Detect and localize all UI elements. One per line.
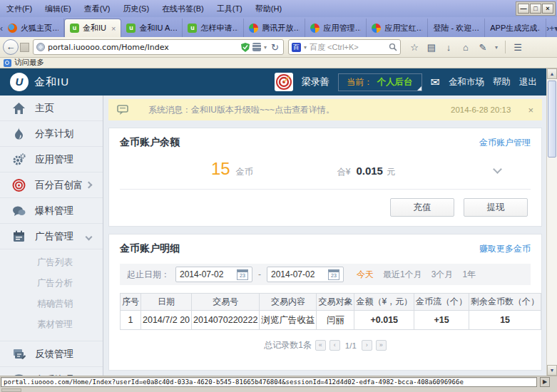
sidebar-item-ad-manage[interactable]: 广告管理 [0,224,103,249]
reload-icon[interactable]: ↻ [271,42,279,53]
user-avatar[interactable] [275,73,293,91]
search-icon[interactable] [389,43,397,51]
toolbar-dropdown-icon[interactable]: ▾ [492,44,501,51]
calendar-icon[interactable]: 23 [328,269,339,280]
sidebar-item-baifenbai[interactable]: 百分百创富 [0,172,103,198]
menu-help[interactable]: 帮助(H) [249,0,288,17]
hamburger-menu-icon[interactable]: ☰ [510,42,526,53]
sidebar-item-feedback[interactable]: 反馈管理 [0,341,103,367]
header-link-help[interactable]: 帮助 [493,76,511,88]
tab-app-manage[interactable]: 应用管理… [305,19,367,37]
maximize-button[interactable]: □ [530,4,541,14]
tab-tencent-open[interactable]: 腾讯开放… [244,19,305,37]
back-button[interactable]: ← [3,39,19,55]
most-visited-bookmark[interactable]: 访问最多 [14,58,44,68]
sidebar-subitem-ad-analysis[interactable]: 广告分析 [0,273,103,294]
sidebar-item-app-manage[interactable]: 应用管理 [0,147,103,172]
search-engine-icon[interactable]: 百 [292,43,301,52]
sidebar-subitem-precise-marketing[interactable]: 精确营销 [0,294,103,314]
sidebar-item-baoliao[interactable]: 爆料管理 [0,198,103,224]
close-button[interactable]: × [542,4,553,14]
recharge-button[interactable]: 充值 [390,198,454,217]
firefox-icon [8,24,17,33]
list-tabs-button[interactable]: ▾ [554,20,557,37]
quick-link-3month[interactable]: 3个月 [431,269,454,281]
search-engine-dropdown-icon[interactable]: ▾ [304,44,307,51]
tab-app-generated[interactable]: APP生成完成… [485,19,546,37]
prev-page-button[interactable]: ‹ [329,340,340,351]
edit-tool-icon[interactable]: ✎ [475,42,491,53]
sidebar-item-share-plan[interactable]: 分享计划 [0,121,103,147]
menu-tools[interactable]: 工具(T) [210,0,249,17]
search-input[interactable]: 百度 <Ctrl+K> [310,42,386,53]
notice-close-icon[interactable]: × [528,105,533,115]
date-to-input[interactable]: 2014-07-02 23 [267,267,344,282]
site-logo-icon[interactable]: U [10,73,29,91]
withdraw-button[interactable]: 提现 [464,198,528,217]
address-url[interactable]: portal.iuoooo.com/Home/Index [48,43,238,52]
menu-file[interactable]: 文件(F) [0,0,39,17]
bookmarks-menu-icon[interactable]: ▤ [424,42,439,53]
tab-close-icon[interactable]: × [111,24,116,33]
address-bar[interactable]: portal.iuoooo.com/Home/Index ▾ ↻ [33,39,284,55]
header-link-market[interactable]: 金和市场 [449,76,484,88]
mail-icon[interactable]: ✉ [431,76,440,89]
iu-icon: u [126,24,136,33]
page-content: 主页 分享计划 应用管理 [0,96,557,376]
window-controls: — □ × [516,1,556,16]
minimize-button[interactable]: — [518,4,529,14]
menu-online-bookmarks[interactable]: 在线书签(B) [155,0,210,17]
message-bubble-icon [117,105,130,115]
menu-edit[interactable]: 编辑(E) [39,0,78,17]
status-expand-button[interactable]: ▶ [540,377,550,387]
date-from-input[interactable]: 2014-07-02 23 [175,267,252,282]
security-shield-icon[interactable] [241,43,250,52]
calendar-icon[interactable]: 23 [237,269,248,280]
scroll-down-icon[interactable]: ▼ [547,365,557,376]
sidebar-subitem-ad-list[interactable]: 广告列表 [0,252,103,273]
earn-more-coins-link[interactable]: 赚取更多金币 [479,243,531,255]
scroll-up-icon[interactable]: ▲ [547,68,557,79]
sidebar-subitem-material-manage[interactable]: 素材管理 [0,314,103,335]
tab-login-welcome[interactable]: 登陆 - 欢迎… [428,19,485,37]
site-logo-text[interactable]: 金和IU [34,76,69,89]
sidebar-item-home[interactable]: 主页 [0,96,103,121]
new-tab-button[interactable]: + [549,20,554,37]
site-globe-icon [36,43,45,51]
sidebar-item-coin-manage[interactable]: 金币管理 [0,367,103,376]
bookmark-star-icon[interactable]: ☆ [407,42,422,53]
tab-jinhe-iu-active[interactable]: u 金和IU × [64,19,121,37]
user-name[interactable]: 梁录善 [302,76,329,88]
vertical-scrollbar[interactable]: ▲ ▼ [546,68,557,376]
tab-yingyongbao[interactable]: 应用宝红… [367,19,428,37]
home-icon[interactable]: ⌂ [458,42,474,53]
search-box[interactable]: 百 ▾ 百度 <Ctrl+K> [288,39,401,55]
table-row[interactable]: 1 2014/7/2 20 2014070220222 浏览广告收益 闫丽 +0… [121,311,541,330]
quick-link-1year[interactable]: 1年 [462,269,476,281]
coin-account-manage-link[interactable]: 金币账户管理 [479,137,531,149]
address-dropdown-icon[interactable]: ▾ [264,44,267,51]
tab-how-to-apply[interactable]: u 怎样申请… [183,19,244,37]
menu-history[interactable]: 历史(S) [116,0,155,17]
next-page-button[interactable]: › [362,340,372,351]
first-page-button[interactable]: « [315,340,326,351]
scrollbar-thumb[interactable] [548,81,556,158]
last-page-button[interactable]: » [376,340,387,351]
system-notice-text[interactable]: 系统消息：金和IU版本升级啦~~~点击查看详情。 [148,104,334,116]
quick-link-today[interactable]: 今天 [357,269,374,281]
quick-link-1month[interactable]: 最近1个月 [383,269,422,281]
calendar-icon [12,230,26,243]
addon-block-icon[interactable] [252,43,261,51]
menu-view[interactable]: 查看(V) [78,0,117,17]
recent-pages-button[interactable] [20,43,29,52]
tab-jinhe-iu-a[interactable]: u 金和IU A… [121,19,183,37]
current-role-selector[interactable]: 当前： 个人后台 [338,73,422,91]
system-notice-time: 2014-6-28 20:13 [451,105,511,114]
tencent-icon [310,24,320,33]
downloads-icon[interactable]: ↓ [441,42,456,53]
tab-firefox-home[interactable]: 火狐主页… [3,19,64,37]
quick-range-links: 今天 最近1个月 3个月 1年 [357,269,476,281]
coin-detail-panel: 金币账户明细 赚取更多金币 起止日期： 2014-07-02 23 - 2014… [108,234,542,371]
expand-chevron-icon[interactable] [493,165,502,174]
header-link-logout[interactable]: 退出 [519,76,537,88]
